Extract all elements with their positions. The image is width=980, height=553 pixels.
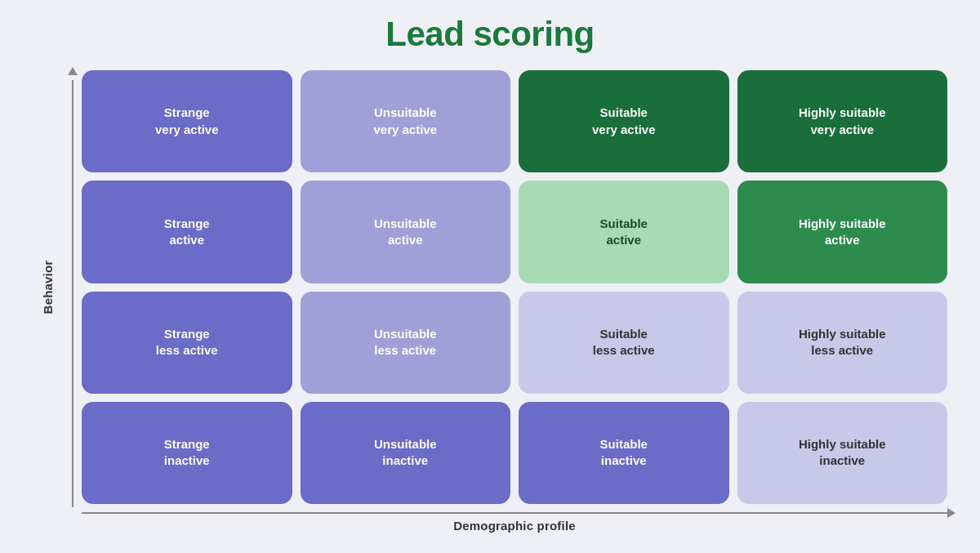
grid-cell-r3-c0: Strange inactive bbox=[82, 402, 292, 504]
y-axis-label: Behavior bbox=[42, 261, 56, 314]
x-axis-label: Demographic profile bbox=[82, 519, 947, 533]
y-axis-arrow-col bbox=[64, 67, 82, 542]
grid-cell-r3-c2: Suitable inactive bbox=[519, 402, 729, 504]
grid-cell-r2-c1: Unsuitable less active bbox=[301, 292, 511, 394]
page-title: Lead scoring bbox=[385, 15, 594, 54]
grid-cell-r3-c3: Highly suitable inactive bbox=[737, 402, 948, 504]
chart-area: Behavior Strange very activeUnsuitable v… bbox=[33, 67, 947, 545]
grid-and-xaxis: Strange very activeUnsuitable very activ… bbox=[82, 67, 947, 542]
x-axis-row: Demographic profile bbox=[82, 507, 947, 542]
grid-cell-r1-c2: Suitable active bbox=[519, 181, 729, 283]
x-axis-line bbox=[82, 512, 947, 514]
x-arrow-head bbox=[947, 508, 956, 518]
grid-cell-r1-c1: Unsuitable active bbox=[301, 181, 511, 283]
grid-cell-r3-c1: Unsuitable inactive bbox=[301, 402, 511, 504]
grid-cell-r2-c3: Highly suitable less active bbox=[737, 292, 948, 394]
grid-cell-r1-c3: Highly suitable active bbox=[737, 181, 948, 283]
y-arrow-head bbox=[68, 67, 78, 75]
grid-cell-r1-c0: Strange active bbox=[82, 181, 292, 283]
grid-cell-r0-c0: Strange very active bbox=[82, 70, 292, 172]
y-axis-label-wrap: Behavior bbox=[33, 67, 64, 542]
grid-cell-r0-c3: Highly suitable very active bbox=[737, 70, 948, 172]
y-axis-line bbox=[72, 80, 74, 507]
grid-cell-r0-c2: Suitable very active bbox=[519, 70, 729, 172]
page-wrapper: Lead scoring Behavior Strange very activ… bbox=[0, 0, 980, 553]
grid-cell-r0-c1: Unsuitable very active bbox=[301, 70, 511, 172]
x-axis-line-wrap: Demographic profile bbox=[82, 507, 947, 533]
lead-scoring-grid: Strange very activeUnsuitable very activ… bbox=[82, 67, 947, 507]
grid-cell-r2-c0: Strange less active bbox=[82, 292, 292, 394]
grid-cell-r2-c2: Suitable less active bbox=[519, 292, 729, 394]
